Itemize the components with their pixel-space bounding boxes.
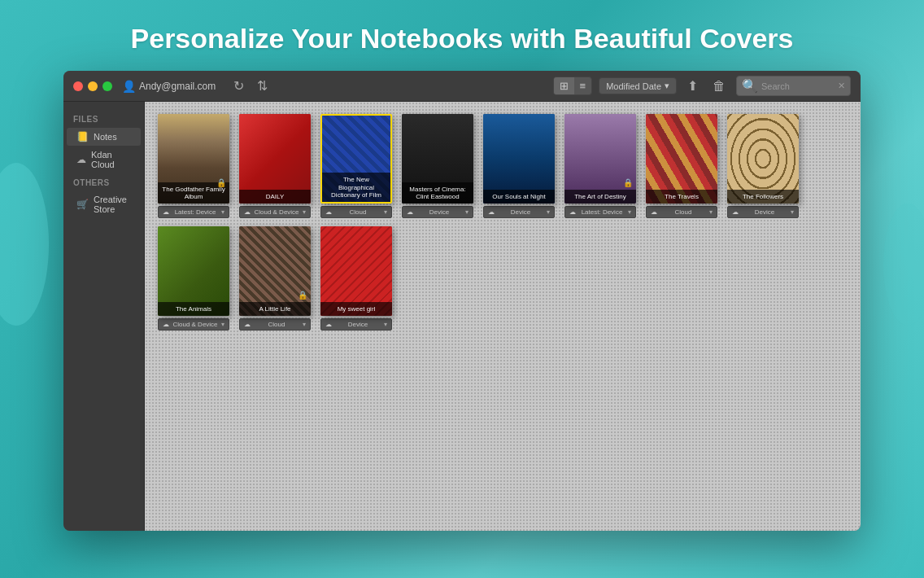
search-clear-icon[interactable]: ✕ (838, 81, 845, 91)
sync-arrow-little-life[interactable]: ▾ (303, 321, 306, 328)
notes-icon: 📒 (76, 131, 89, 142)
notebook-grid: The Godfather Family Album🔒☁Latest: Devi… (157, 114, 848, 331)
notebook-item-destiny[interactable]: The Art of Destiny🔒☁Latest: Device▾ (564, 114, 637, 218)
sync-label-biographical: Cloud (350, 208, 367, 216)
cloud-icon: ☁ (76, 154, 86, 165)
sort-dropdown-arrow: ▾ (665, 81, 669, 91)
notebook-item-cinema[interactable]: Masters of Cinema: Clint Eastwood☁Device… (401, 114, 474, 218)
share-button[interactable]: ⬆ (683, 76, 702, 96)
sync-arrow-followers[interactable]: ▾ (791, 208, 794, 216)
sidebar-item-kdan-cloud[interactable]: ☁ Kdan Cloud (67, 147, 141, 173)
sync-arrow-souls[interactable]: ▾ (547, 208, 550, 216)
sync-label-godfather: Latest: Device (175, 208, 216, 216)
store-icon: 🛒 (76, 199, 89, 210)
main-area: FILES 📒 Notes ☁ Kdan Cloud OTHERS 🛒 Crea… (63, 102, 861, 531)
notebook-title-godfather: The Godfather Family Album (161, 186, 226, 201)
sync-arrow-travels[interactable]: ▾ (709, 208, 713, 216)
notebook-title-animals: The Animals (161, 305, 226, 313)
sync-icon-daily: ☁ (244, 208, 251, 216)
sync-label-travels: Cloud (675, 208, 692, 216)
lock-icon-godfather: 🔒 (216, 178, 226, 187)
sync-icon-souls: ☁ (488, 208, 495, 216)
files-section-label: FILES (63, 110, 144, 127)
sync-icon-animals: ☁ (163, 321, 169, 328)
sync-label-souls: Device (511, 208, 530, 216)
title-bar: 👤 Andy@gmail.com ↻ ⇅ ⊞ ≡ Modified Date ▾… (63, 71, 861, 102)
sidebar-notes-label: Notes (94, 132, 117, 142)
sort-label: Modified Date (606, 81, 661, 91)
sync-arrow-sweet-girl[interactable]: ▾ (384, 321, 387, 328)
notebook-item-little-life[interactable]: A Little Life🔒☁Cloud▾ (238, 226, 312, 331)
search-input[interactable] (761, 81, 835, 91)
notebook-title-souls: Our Souls at Night (486, 193, 551, 201)
notebook-title-daily: DAILY (242, 193, 307, 201)
list-view-button[interactable]: ≡ (574, 77, 592, 94)
sync-arrow-daily[interactable]: ▾ (303, 208, 306, 216)
user-icon: 👤 (122, 80, 136, 93)
notebook-item-daily[interactable]: DAILY☁Cloud & Device▾ (238, 114, 312, 218)
search-icon: 🔍 (742, 78, 758, 94)
notebook-item-animals[interactable]: The Animals☁Cloud & Device▾ (157, 226, 230, 331)
notebook-item-followers[interactable]: The Followers☁Device▾ (726, 114, 800, 218)
sidebar: FILES 📒 Notes ☁ Kdan Cloud OTHERS 🛒 Crea… (63, 102, 145, 531)
close-button[interactable] (73, 81, 83, 91)
title-bar-actions: ↻ ⇅ (230, 77, 271, 95)
others-section-label: OTHERS (63, 173, 144, 190)
notebook-title-destiny: The Art of Destiny (568, 193, 633, 201)
notebook-item-biographical[interactable]: The New Biographical Dictionary of Film☁… (320, 114, 393, 218)
notebook-title-followers: The Followers (730, 193, 795, 201)
sync-icon-travels: ☁ (651, 208, 657, 216)
content-area: The Godfather Family Album🔒☁Latest: Devi… (145, 102, 861, 531)
sync-arrow-biographical[interactable]: ▾ (384, 208, 387, 216)
maximize-button[interactable] (102, 81, 112, 91)
sidebar-store-label: Creative Store (94, 195, 131, 214)
view-toggle: ⊞ ≡ (553, 77, 593, 95)
notebook-item-godfather[interactable]: The Godfather Family Album🔒☁Latest: Devi… (157, 114, 230, 218)
sync-icon-destiny: ☁ (569, 208, 576, 216)
notebook-title-cinema: Masters of Cinema: Clint Eastwood (405, 186, 470, 201)
user-email: Andy@gmail.com (139, 81, 216, 92)
sort-order-button[interactable]: ⇅ (254, 77, 271, 95)
notebook-title-little-life: A Little Life (242, 305, 307, 313)
sync-arrow-godfather[interactable]: ▾ (221, 208, 224, 216)
page-title: Personalize Your Notebooks with Beautifu… (98, 0, 826, 71)
notebook-title-sweet-girl: My sweet girl (324, 305, 389, 313)
lock-icon-destiny: 🔒 (623, 178, 633, 187)
refresh-button[interactable]: ↻ (230, 77, 247, 95)
notebook-title-travels: The Travels (649, 193, 714, 201)
lock-icon-little-life: 🔒 (298, 291, 307, 300)
sync-label-little-life: Cloud (268, 321, 285, 328)
sync-arrow-animals[interactable]: ▾ (221, 321, 224, 328)
sync-icon-followers: ☁ (732, 208, 739, 216)
traffic-lights (73, 81, 112, 91)
sync-label-destiny: Latest: Device (582, 208, 623, 216)
sync-label-daily: Cloud & Device (254, 208, 299, 216)
app-window: 👤 Andy@gmail.com ↻ ⇅ ⊞ ≡ Modified Date ▾… (63, 71, 861, 531)
sync-arrow-cinema[interactable]: ▾ (465, 208, 469, 216)
notebook-item-travels[interactable]: The Travels☁Cloud▾ (645, 114, 718, 218)
delete-button[interactable]: 🗑 (708, 77, 730, 96)
sidebar-item-creative-store[interactable]: 🛒 Creative Store (67, 191, 141, 217)
sync-icon-sweet-girl: ☁ (325, 321, 332, 328)
sync-icon-biographical: ☁ (325, 208, 332, 216)
sync-label-sweet-girl: Device (348, 321, 368, 328)
search-bar[interactable]: 🔍 ✕ (736, 76, 851, 96)
notebook-item-souls[interactable]: Our Souls at Night☁Device▾ (482, 114, 556, 218)
sync-label-cinema: Device (429, 208, 449, 216)
user-info: 👤 Andy@gmail.com (122, 80, 216, 93)
sidebar-item-notes[interactable]: 📒 Notes (67, 128, 141, 146)
sync-arrow-destiny[interactable]: ▾ (628, 208, 631, 216)
sync-icon-godfather: ☁ (163, 208, 169, 216)
notebook-title-biographical: The New Biographical Dictionary of Film (325, 176, 387, 199)
sync-label-animals: Cloud & Device (172, 321, 217, 328)
toolbar-right: ⊞ ≡ Modified Date ▾ ⬆ 🗑 🔍 ✕ (553, 76, 851, 96)
minimize-button[interactable] (88, 81, 98, 91)
sync-icon-cinema: ☁ (407, 208, 413, 216)
notebook-item-sweet-girl[interactable]: My sweet girl☁Device▾ (320, 226, 393, 331)
sync-label-followers: Device (755, 208, 774, 216)
grid-view-button[interactable]: ⊞ (554, 77, 574, 94)
sync-icon-little-life: ☁ (244, 321, 251, 328)
sort-dropdown[interactable]: Modified Date ▾ (599, 77, 677, 94)
sidebar-cloud-label: Kdan Cloud (91, 150, 131, 169)
